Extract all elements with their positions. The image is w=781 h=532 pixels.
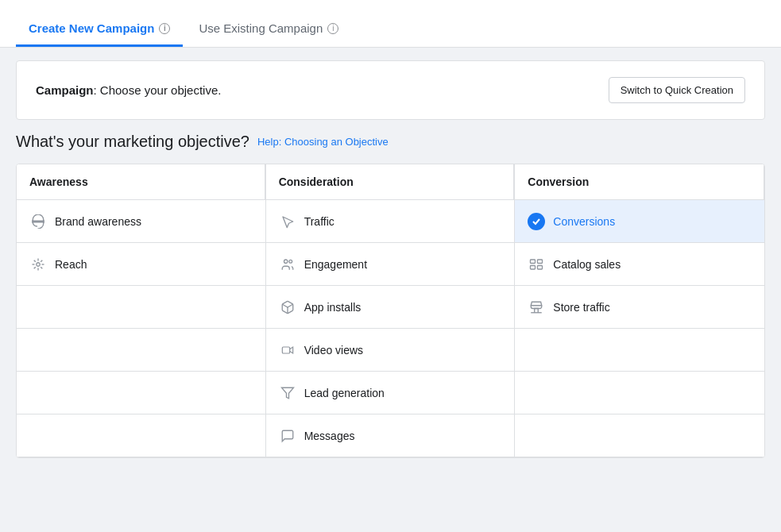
help-link[interactable]: Help: Choosing an Objective xyxy=(257,136,389,148)
lead-generation-label: Lead generation xyxy=(304,387,385,399)
conversion-empty-3 xyxy=(515,414,764,457)
svg-line-8 xyxy=(41,267,42,268)
tab-create-new-info-icon[interactable]: i xyxy=(159,23,170,34)
svg-point-11 xyxy=(284,260,288,264)
conversion-column: Conversion Conversions xyxy=(515,164,764,457)
svg-rect-14 xyxy=(282,347,289,353)
reach-item[interactable]: Reach xyxy=(17,243,265,286)
campaign-header-text: Campaign: Choose your objective. xyxy=(36,83,221,97)
campaign-subtitle: : Choose your objective. xyxy=(94,83,222,97)
messages-label: Messages xyxy=(304,430,355,442)
campaign-header-card: Campaign: Choose your objective. Switch … xyxy=(16,60,765,120)
quick-creation-button[interactable]: Switch to Quick Creation xyxy=(609,77,745,103)
svg-line-9 xyxy=(34,267,36,268)
box-icon xyxy=(279,299,296,316)
chat-icon xyxy=(279,427,296,445)
awareness-column: Awareness Brand awareness xyxy=(17,164,266,457)
tab-use-existing-info-icon[interactable]: i xyxy=(327,23,338,34)
conversion-empty-2 xyxy=(515,372,764,414)
tab-use-existing[interactable]: Use Existing Campaign i xyxy=(186,12,351,47)
people-icon xyxy=(279,256,296,273)
store-traffic-label: Store traffic xyxy=(553,301,609,314)
svg-rect-16 xyxy=(531,260,535,264)
filter-icon xyxy=(279,384,296,402)
awareness-empty-1 xyxy=(17,286,265,329)
marketing-objective-heading: What's your marketing objective? xyxy=(16,133,249,151)
store-traffic-item[interactable]: Store traffic xyxy=(515,286,764,329)
consideration-header: Consideration xyxy=(266,164,515,200)
tab-bar: Create New Campaign i Use Existing Campa… xyxy=(0,0,781,48)
conversion-empty-1 xyxy=(515,329,764,372)
catalog-sales-item[interactable]: Catalog sales xyxy=(515,243,764,286)
tab-use-existing-label: Use Existing Campaign xyxy=(199,21,323,35)
traffic-label: Traffic xyxy=(304,215,334,228)
svg-point-0 xyxy=(32,219,33,223)
messages-item[interactable]: Messages xyxy=(266,414,515,457)
video-views-label: Video views xyxy=(304,344,363,357)
objectives-table: Awareness Brand awareness xyxy=(16,164,765,458)
app-installs-label: App installs xyxy=(304,301,362,314)
marketing-objective-section: What's your marketing objective? Help: C… xyxy=(16,133,765,458)
svg-rect-17 xyxy=(538,260,543,264)
awareness-empty-2 xyxy=(17,329,265,372)
svg-line-7 xyxy=(34,260,36,261)
tab-create-new[interactable]: Create New Campaign i xyxy=(16,12,183,47)
conversions-label: Conversions xyxy=(553,215,615,228)
engagement-label: Engagement xyxy=(304,258,367,271)
svg-point-1 xyxy=(43,219,44,223)
awareness-empty-4 xyxy=(17,414,265,457)
cursor-icon xyxy=(279,213,296,230)
tab-create-new-label: Create New Campaign xyxy=(29,21,154,35)
reach-icon xyxy=(29,256,47,273)
svg-rect-18 xyxy=(531,265,535,269)
catalog-icon xyxy=(528,256,545,273)
traffic-item[interactable]: Traffic xyxy=(266,200,515,243)
video-views-item[interactable]: Video views xyxy=(266,329,515,372)
megaphone-icon xyxy=(29,213,47,230)
conversions-item[interactable]: Conversions xyxy=(515,200,764,243)
brand-awareness-item[interactable]: Brand awareness xyxy=(17,200,265,243)
awareness-header: Awareness xyxy=(17,164,265,200)
brand-awareness-label: Brand awareness xyxy=(55,215,141,228)
marketing-objective-title: What's your marketing objective? Help: C… xyxy=(16,133,765,151)
store-icon xyxy=(528,299,545,316)
catalog-sales-label: Catalog sales xyxy=(553,258,621,271)
svg-line-10 xyxy=(41,260,42,261)
awareness-empty-3 xyxy=(17,372,265,414)
engagement-item[interactable]: Engagement xyxy=(266,243,515,286)
conversion-header: Conversion xyxy=(515,164,764,200)
app-installs-item[interactable]: App installs xyxy=(266,286,515,329)
campaign-label: Campaign xyxy=(36,83,94,97)
svg-marker-15 xyxy=(281,387,293,399)
video-icon xyxy=(279,341,296,359)
lead-generation-item[interactable]: Lead generation xyxy=(266,372,515,414)
svg-point-12 xyxy=(289,260,292,263)
svg-rect-19 xyxy=(538,265,543,269)
svg-point-2 xyxy=(37,262,41,266)
consideration-column: Consideration Traffic xyxy=(266,164,516,457)
check-circle-icon xyxy=(528,213,545,230)
reach-label: Reach xyxy=(55,258,87,271)
